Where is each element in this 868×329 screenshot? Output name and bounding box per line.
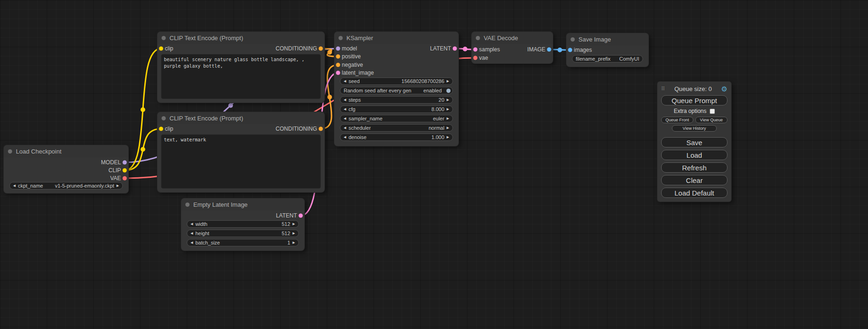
wire-clip-to-positive — [125, 49, 161, 170]
output-slot-latent: LATENT — [276, 212, 297, 219]
prompt-textarea[interactable]: text, watermark — [161, 134, 321, 189]
decrement-arrow-icon[interactable]: ◀ — [13, 184, 15, 188]
decrement-arrow-icon[interactable]: ◀ — [191, 241, 193, 245]
widget-name: steps — [348, 97, 360, 103]
widget-random-seed-toggle[interactable]: Random seed after every gen enabled — [340, 87, 453, 94]
slot-label: CLIP — [108, 167, 121, 174]
node-status-dot — [476, 36, 480, 40]
increment-arrow-icon[interactable]: ▶ — [447, 107, 449, 111]
node-title-bar[interactable]: KSampler — [334, 32, 459, 44]
decrement-arrow-icon[interactable]: ◀ — [344, 117, 346, 120]
node-save-image[interactable]: Save Image images filename_prefix ComfyU… — [566, 33, 649, 67]
widget-sampler-name[interactable]: ◀ sampler_name euler ▶ — [340, 115, 453, 122]
output-slot-model: MODEL — [101, 159, 121, 166]
increment-arrow-icon[interactable]: ▶ — [293, 231, 295, 235]
node-clip-text-encode-positive[interactable]: CLIP Text Encode (Prompt) clip CONDITION… — [157, 32, 325, 103]
widget-cfg[interactable]: ◀ cfg 8.000 ▶ — [340, 105, 453, 113]
slot-label: clip — [165, 45, 173, 52]
widget-steps[interactable]: ◀ steps 20 ▶ — [340, 96, 453, 104]
node-clip-text-encode-negative[interactable]: CLIP Text Encode (Prompt) clip CONDITION… — [157, 112, 325, 192]
node-status-dot — [162, 36, 166, 40]
widget-name: seed — [348, 78, 360, 84]
slot-label: VAE — [110, 175, 121, 182]
widget-name: height — [195, 231, 209, 236]
node-title-bar[interactable]: Save Image — [566, 33, 649, 45]
slot-label: CONDITIONING — [275, 45, 317, 52]
widget-width[interactable]: ◀ width 512 ▶ — [187, 220, 299, 228]
history-row: View History — [672, 125, 717, 132]
widget-scheduler[interactable]: ◀ scheduler normal ▶ — [340, 124, 453, 132]
widget-name: Random seed after every gen — [344, 88, 411, 93]
widget-seed[interactable]: ◀ seed 156680208700286 ▶ — [340, 77, 453, 85]
view-history-button[interactable]: View History — [672, 125, 717, 132]
decrement-arrow-icon[interactable]: ◀ — [191, 231, 193, 235]
output-slot-conditioning: CONDITIONING — [275, 125, 317, 133]
increment-arrow-icon[interactable]: ▶ — [447, 135, 449, 139]
input-slot-images: images — [574, 46, 592, 54]
save-button[interactable]: Save — [661, 137, 727, 147]
widget-batch-size[interactable]: ◀ batch_size 1 ▶ — [187, 239, 299, 246]
increment-arrow-icon[interactable]: ▶ — [447, 126, 449, 130]
refresh-button[interactable]: Refresh — [661, 162, 727, 173]
node-title: CLIP Text Encode (Prompt) — [169, 115, 243, 122]
view-queue-button[interactable]: View Queue — [695, 117, 727, 123]
widget-value: ComfyUI — [619, 56, 639, 62]
drag-handle-icon[interactable]: ⠿ — [661, 86, 665, 91]
decrement-arrow-icon[interactable]: ◀ — [344, 107, 346, 111]
queue-prompt-button[interactable]: Queue Prompt — [661, 95, 727, 105]
toggle-knob[interactable] — [446, 89, 451, 93]
widget-denoise[interactable]: ◀ denoise 1.000 ▶ — [340, 133, 453, 141]
node-title: CLIP Text Encode (Prompt) — [169, 35, 243, 42]
link-dot — [141, 147, 145, 152]
input-slot-clip: clip — [165, 125, 173, 133]
increment-arrow-icon[interactable]: ▶ — [447, 79, 449, 83]
increment-arrow-icon[interactable]: ▶ — [447, 98, 449, 102]
wire-clip-to-negative — [125, 129, 161, 170]
decrement-arrow-icon[interactable]: ◀ — [344, 79, 346, 83]
output-slot-clip: CLIP — [108, 167, 121, 174]
widget-filename-prefix[interactable]: filename_prefix ComfyUI — [572, 55, 643, 63]
widget-name: cfg — [348, 106, 355, 112]
node-ksampler[interactable]: KSampler model positive negative latent_… — [334, 32, 459, 146]
node-graph-canvas[interactable]: Load Checkpoint MODEL CLIP VAE ◀ ckpt_na… — [0, 0, 868, 329]
prompt-textarea[interactable]: beautiful scenery nature glass bottle la… — [161, 54, 321, 99]
node-vae-decode[interactable]: VAE Decode samples vae IMAGE — [472, 32, 553, 63]
node-title-bar[interactable]: VAE Decode — [472, 32, 553, 44]
queue-front-button[interactable]: Queue Front — [661, 117, 693, 123]
node-status-dot — [8, 149, 12, 154]
widget-name: ckpt_name — [18, 183, 43, 189]
increment-arrow-icon[interactable]: ▶ — [293, 222, 295, 226]
settings-gear-icon[interactable]: ⚙ — [721, 85, 727, 92]
widget-ckpt-name[interactable]: ◀ ckpt_name v1-5-pruned-emaonly.ckpt ▶ — [9, 182, 123, 189]
node-title-bar[interactable]: CLIP Text Encode (Prompt) — [157, 32, 325, 44]
slot-label: images — [574, 47, 592, 53]
increment-arrow-icon[interactable]: ▶ — [293, 241, 295, 245]
slot-label: samples — [479, 46, 500, 53]
clear-button[interactable]: Clear — [661, 175, 727, 185]
load-button[interactable]: Load — [661, 150, 727, 160]
extra-options-checkbox[interactable] — [710, 109, 715, 114]
widget-name: sampler_name — [348, 116, 382, 121]
input-slot-positive: positive — [342, 53, 361, 60]
slot-label: clip — [165, 126, 173, 132]
output-slot-image: IMAGE — [527, 46, 545, 53]
node-title-bar[interactable]: CLIP Text Encode (Prompt) — [157, 112, 325, 124]
widget-name: scheduler — [348, 125, 371, 131]
extra-options-row: Extra options — [661, 108, 727, 114]
output-slot-latent: LATENT — [430, 45, 451, 52]
load-default-button[interactable]: Load Default — [661, 188, 727, 198]
input-slot-vae: vae — [479, 54, 488, 62]
extra-options-label: Extra options — [674, 108, 706, 114]
node-load-checkpoint[interactable]: Load Checkpoint MODEL CLIP VAE ◀ ckpt_na… — [4, 145, 128, 193]
increment-arrow-icon[interactable]: ▶ — [117, 184, 119, 188]
node-title-bar[interactable]: Empty Latent Image — [181, 198, 304, 210]
node-empty-latent-image[interactable]: Empty Latent Image LATENT ◀ width 512 ▶ … — [181, 198, 304, 251]
decrement-arrow-icon[interactable]: ◀ — [344, 135, 346, 139]
decrement-arrow-icon[interactable]: ◀ — [191, 222, 193, 226]
decrement-arrow-icon[interactable]: ◀ — [344, 126, 346, 130]
node-title-bar[interactable]: Load Checkpoint — [4, 145, 128, 157]
output-slot-vae: VAE — [110, 175, 121, 182]
widget-height[interactable]: ◀ height 512 ▶ — [187, 230, 299, 237]
decrement-arrow-icon[interactable]: ◀ — [344, 98, 346, 102]
increment-arrow-icon[interactable]: ▶ — [447, 117, 449, 120]
